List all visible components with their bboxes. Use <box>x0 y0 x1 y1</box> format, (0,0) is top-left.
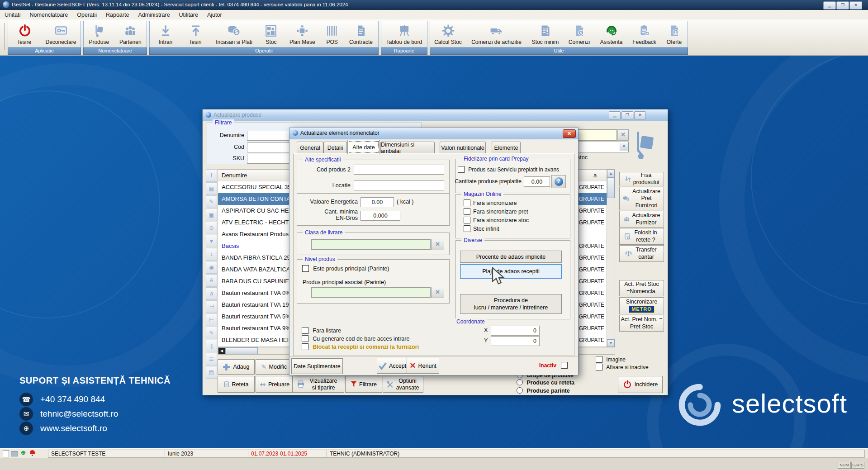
toolbar-calcul-stoc-button[interactable]: Calcul Stoc <box>432 21 465 47</box>
cod-produs2-input[interactable] <box>354 165 444 175</box>
asociat-input[interactable] <box>311 287 431 298</box>
procedura-lucru-button[interactable]: Procedura de lucru / manevrare / intreti… <box>460 294 562 314</box>
status-bell-icon[interactable] <box>30 450 35 454</box>
toolbar-tablou-button[interactable]: Tablou de bord <box>383 21 426 47</box>
radio-produse-cu-reteta[interactable]: Produse cu reteta <box>517 379 574 386</box>
cant-minima-input[interactable]: 0.000 <box>360 211 400 221</box>
check-inactiv[interactable]: Inactiv <box>539 362 568 369</box>
tab-valori-nutritionale[interactable]: Valori nutritionale <box>440 142 486 154</box>
chevron-down-icon[interactable]: ▼ <box>620 142 628 151</box>
close-button[interactable]: ✕ <box>849 1 862 9</box>
toolbar-stoc-button[interactable]: Stoc <box>260 21 282 47</box>
toolbar-comenzi-achizitie-button[interactable]: Comenzi de achizitie <box>468 21 526 47</box>
toolbar-deconectare-button[interactable]: Deconectare <box>42 21 81 47</box>
inchidere-button[interactable]: Inchidere <box>618 376 663 393</box>
check-imagine[interactable]: Imagine <box>596 356 626 363</box>
search-icon[interactable]: ⊙ <box>206 222 217 234</box>
rows-icon[interactable]: ☰ <box>206 353 217 366</box>
toolbar-incasari-button[interactable]: $ Incasari si Plati <box>213 21 256 47</box>
radio-produse-parinte[interactable]: Produse parinte <box>517 387 570 394</box>
toolbar-contracte-button[interactable]: Contracte <box>346 21 376 47</box>
optiuni-avansate-button[interactable]: Optiuni avansate <box>383 376 423 393</box>
checkbox-icon[interactable] <box>464 208 470 215</box>
checkbox-icon[interactable] <box>302 327 308 334</box>
checkbox-icon[interactable] <box>302 335 308 342</box>
toolbar-plan-mese-button[interactable]: Plan Mese <box>286 21 318 47</box>
check-stoc-infinit[interactable]: Stoc infinit <box>464 225 499 232</box>
scroll-down-arrow[interactable]: ▼ <box>607 339 615 347</box>
status-printer-icon[interactable] <box>11 451 18 456</box>
locatie-input[interactable] <box>354 180 444 190</box>
dialog-title-bar[interactable]: Actualizare element nomenclator ✕ <box>289 128 578 139</box>
toolbar-stoc-minim-button[interactable]: Stoc minim <box>529 21 562 47</box>
menu-utilitare[interactable]: Utilitare <box>175 12 203 18</box>
coord-x-input[interactable]: 0 <box>491 326 540 336</box>
act-pret-stoc-button[interactable]: Act. Pret Stoc =Nomencla. <box>619 280 664 296</box>
checkbox-icon[interactable] <box>302 265 309 272</box>
clasa-livrare-clear-button[interactable]: ✕ <box>431 239 444 250</box>
reteta-button[interactable]: Reteta <box>218 376 255 393</box>
radio-icon[interactable] <box>517 379 523 385</box>
export-grid-icon[interactable]: ▦ <box>206 182 217 195</box>
menu-unitati[interactable]: Unitati <box>0 12 25 18</box>
check-afisare-inactive[interactable]: Afisare si inactive <box>596 364 649 370</box>
check-fara-sincronizare-stoc[interactable]: Fara sincronizare stoc <box>464 217 529 223</box>
dialog-close-button[interactable]: ✕ <box>563 129 576 138</box>
toolbar-oferte-button[interactable]: $ Oferte <box>663 21 686 47</box>
preluare-button[interactable]: Preluare <box>256 376 293 393</box>
scroll-thumb[interactable] <box>607 177 615 198</box>
checkbox-icon[interactable] <box>464 199 470 206</box>
sincronizare-metro-button[interactable]: Sincronizare METRO <box>619 297 664 314</box>
coord-y-input[interactable]: 0 <box>491 336 540 346</box>
act-pret-nom-button[interactable]: Act. Pret Nom. = Pret Stoc <box>619 315 664 332</box>
collapse-icon[interactable]: ⊣ <box>206 300 217 313</box>
scroll-left-arrow[interactable]: ◀ <box>218 347 225 354</box>
produse-close-button[interactable]: ✕ <box>634 111 646 119</box>
clasa-livrare-input[interactable] <box>311 239 431 250</box>
check-preplatit[interactable]: Produs sau Serviciu preplatit in avans <box>458 166 559 173</box>
menu-rapoarte[interactable]: Rapoarte <box>101 12 133 18</box>
support-email[interactable]: tehnic@selectsoft.ro <box>40 409 118 419</box>
edit-icon[interactable]: ✎ <box>206 195 217 208</box>
scroll-up-arrow[interactable]: ▲ <box>607 170 615 177</box>
cantitate-preplatite-input[interactable]: 0.00 <box>524 176 550 187</box>
plaje-adaos-button[interactable]: Plaje de adaos receptii <box>460 264 562 279</box>
produse-minimize-button[interactable]: ▁ <box>609 111 621 119</box>
font-small-icon[interactable]: a <box>206 287 217 300</box>
menu-ajutor[interactable]: Ajutor <box>203 12 227 18</box>
status-doc-icon[interactable] <box>3 450 9 457</box>
valoare-energetica-input[interactable]: 0.00 <box>360 197 394 207</box>
grid2-icon[interactable]: ▤ <box>206 366 217 379</box>
list-vertical-scrollbar[interactable]: ▲ ▼ <box>607 169 615 347</box>
quick-search-input[interactable] <box>576 129 617 141</box>
copy-icon[interactable]: ▣ <box>206 209 217 221</box>
accept-button[interactable]: Accept <box>377 358 408 374</box>
check-blocat[interactable]: Blocat la receptii si comenzi la furnizo… <box>302 343 419 350</box>
renunt-button[interactable]: ✕ Renunt <box>407 358 439 374</box>
help-button[interactable]: ? <box>551 175 566 188</box>
produse-title-bar[interactable]: Actualizare produse ▁ ❐ ✕ <box>203 109 668 121</box>
support-website[interactable]: www.selectsoft.ro <box>40 423 107 433</box>
toolbar-iesire-button[interactable]: Iesire <box>9 21 41 47</box>
filter-icon[interactable]: ▼ <box>206 235 217 247</box>
pen-icon[interactable]: ✎ <box>206 327 217 339</box>
toolbar-comenzi-button[interactable]: $ Comenzi <box>565 21 593 47</box>
toolbar-produse-button[interactable]: Produse <box>85 21 113 47</box>
check-cod-bare[interactable]: Cu generare cod de bare acces intrare <box>302 335 409 342</box>
toolbar-intrari-button[interactable]: Intrari <box>152 21 179 47</box>
sort-icon[interactable]: ↕ <box>206 248 217 261</box>
minimize-button[interactable]: ▁ <box>823 1 836 9</box>
actualizare-pret-furnizori-button[interactable]: $ Actualizare Pret Furnizori <box>619 187 664 210</box>
filtrare-button[interactable]: Filtrare <box>345 376 382 393</box>
select-tool-icon[interactable]: I <box>206 169 217 182</box>
tab-general[interactable]: General <box>297 142 323 154</box>
vizualizare-tiparire-button[interactable]: Vizualizare si tiparire <box>292 376 344 393</box>
hscroll-thumb[interactable] <box>225 347 258 354</box>
checkbox-icon[interactable] <box>464 225 470 232</box>
date-suplimentare-button[interactable]: Date Suplimentare <box>291 358 343 374</box>
toolbar-iesiri-button[interactable]: Iesiri <box>184 21 208 47</box>
radio-icon[interactable] <box>517 387 523 394</box>
status-sync-icon[interactable]: ⊕ <box>21 449 26 456</box>
checkbox-icon[interactable] <box>596 364 602 370</box>
actualizare-furnizor-button[interactable]: Actualizare Furnizor <box>619 211 664 228</box>
